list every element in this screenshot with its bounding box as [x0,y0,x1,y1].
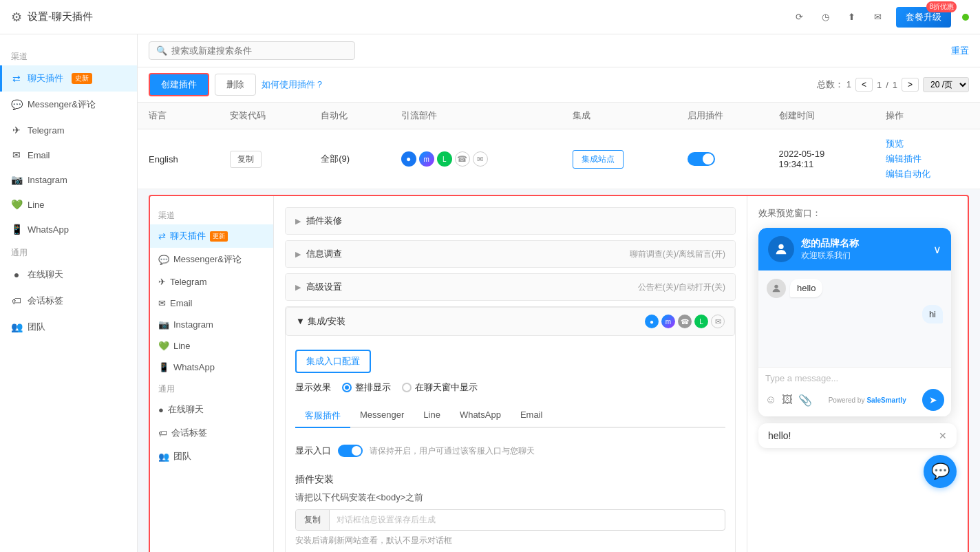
chat-input-placeholder: Type a message... [765,373,944,383]
upgrade-button[interactable]: 套餐升级 8折优惠 [896,7,951,28]
search-box[interactable]: 🔍 [149,41,355,60]
bubble-hello-text: hello [790,279,822,297]
share-icon[interactable]: ⬆ [844,10,859,25]
config-entrance-button[interactable]: 集成入口配置 [295,350,371,373]
radio-list-display[interactable]: 整排显示 [342,381,391,394]
edit-plugin-link[interactable]: 编辑插件 [886,153,969,165]
chat-input-area: Type a message... ☺ 🖼 📎 Powered by SaleS… [758,367,951,416]
ps-whatsapp-icon: 📱 [158,362,169,372]
sidebar-item-messenger[interactable]: 💬 Messenger&评论 [0,92,137,118]
tab-whatsapp[interactable]: WhatsApp [450,405,511,428]
sidebar-item-telegram[interactable]: ✈ Telegram [0,118,137,142]
sidebar-item-instagram[interactable]: 📷 Instagram [0,167,137,192]
accordion-info-header[interactable]: ▶ 信息调查 聊前调查(关)/离线留言(开) [286,241,735,267]
sidebar-item-online-chat[interactable]: ● 在线聊天 [0,262,137,288]
page-title: 设置-聊天插件 [28,10,93,23]
col-created: 创建时间 [768,103,875,129]
copy-button[interactable]: 复制 [230,151,262,168]
accordion-advanced-header[interactable]: ▶ 高级设置 公告栏(关)/自动打开(关) [286,274,735,300]
chat-bubble-hi: hi [767,305,943,323]
panel-sidebar-item-email[interactable]: ✉ Email [150,293,273,314]
total-label: 总数： 1 [817,78,851,91]
enable-toggle[interactable] [688,152,715,166]
brand-label: SaleSmartly [866,396,906,404]
bubble-hi-text: hi [922,305,943,323]
ps-new-badge: 更新 [210,231,228,242]
image-icon[interactable]: 🖼 [782,394,793,407]
telegram-icon: ✈ [11,125,22,136]
panel-sidebar-item-online-chat[interactable]: ● 在线聊天 [150,398,273,421]
general-section-title: 通用 [0,242,137,262]
send-button[interactable]: ➤ [922,389,944,411]
preview-link[interactable]: 预览 [886,138,969,150]
chat-chevron-icon[interactable]: ∨ [933,243,941,256]
panel-sidebar-item-team[interactable]: 👥 团队 [150,445,273,468]
next-page-button[interactable]: > [902,78,919,92]
cell-install: 复制 [219,129,310,189]
integrate-site-button[interactable]: 集成站点 [573,150,624,169]
per-page-select[interactable]: 20 /页 50 /页 [923,77,969,92]
ps-chat-icon: ⇄ [158,231,166,242]
action-links: 预览 编辑插件 编辑自动化 [886,138,969,180]
email-icon[interactable]: ✉ [870,10,885,25]
show-entrance-toggle[interactable] [338,445,363,457]
ps-telegram-icon: ✈ [158,277,166,287]
col-language: 语言 [138,103,219,129]
prev-page-button[interactable]: < [855,78,873,92]
online-indicator [962,14,969,21]
accordion-decoration-header[interactable]: ▶ 插件装修 [286,208,735,234]
history-icon[interactable]: ◷ [818,10,833,25]
install-section: 插件安装 请把以下代码安装在<body>之前 复制 对话框信息设置保存后生成 安… [295,474,725,546]
panel-sidebar-item-whatsapp[interactable]: 📱 WhatsApp [150,357,273,378]
col-traffic: 引流部件 [390,103,562,129]
hello-bubble: hello! ✕ [758,423,957,448]
accordion-advanced: ▶ 高级设置 公告栏(关)/自动打开(关) [285,273,736,301]
panel-sidebar-item-chat[interactable]: ⇄ 聊天插件 更新 [150,224,273,248]
ps-tag-icon: 🏷 [158,428,167,438]
reset-button[interactable]: 重置 [951,45,969,57]
cell-enabled [677,129,767,189]
float-chat-button[interactable]: 💬 [924,455,957,488]
edit-automation-link[interactable]: 编辑自动化 [886,168,969,180]
sidebar-item-chat-plugin[interactable]: ⇄ 聊天插件 史新 [0,65,137,92]
arrow-right-icon2: ▶ [295,250,301,259]
sidebar-item-whatsapp[interactable]: 📱 WhatsApp [0,217,137,242]
panel-general-title: 通用 [150,378,273,398]
panel-sidebar-item-instagram[interactable]: 📷 Instagram [150,314,273,335]
delete-button[interactable]: 删除 [215,74,256,96]
sidebar-item-line[interactable]: 💚 Line [0,192,137,217]
sidebar-item-session-tag[interactable]: 🏷 会话标签 [0,288,137,314]
emoji-icon[interactable]: ☺ [765,394,776,407]
tab-messenger[interactable]: Messenger [350,405,414,428]
accordion-integrate-header[interactable]: ▼ 集成/安装 ● m ☎ L ✉ [286,307,735,336]
sidebar-item-team[interactable]: 👥 团队 [0,314,137,340]
create-plugin-button[interactable]: 创建插件 [149,73,209,96]
code-copy-button[interactable]: 复制 [296,510,330,530]
gear-icon: ⚙ [11,10,22,25]
search-toolbar: 🔍 重置 [138,34,980,67]
powered-by: Powered by SaleSmartly [829,396,906,404]
channel-tabs: 客服插件 Messenger Line WhatsApp Email [295,405,725,428]
tab-email[interactable]: Email [511,405,553,428]
close-bubble-icon[interactable]: ✕ [939,430,947,441]
attach-icon[interactable]: 📎 [798,394,812,407]
panel-sidebar-item-tag[interactable]: 🏷 会话标签 [150,421,273,445]
sidebar-item-email[interactable]: ✉ Email [0,142,137,167]
panel-sidebar-item-messenger[interactable]: 💬 Messenger&评论 [150,248,273,271]
code-placeholder: 对话框信息设置保存后生成 [330,510,725,530]
tab-line[interactable]: Line [414,405,450,428]
int-icon-line: L [694,315,708,328]
radio-chat-display[interactable]: 在聊天窗中显示 [402,381,478,394]
refresh-icon[interactable]: ⟳ [791,10,807,25]
how-to-link[interactable]: 如何使用插件？ [262,78,324,91]
int-icon-phone: ☎ [678,315,692,328]
panel-sidebar-item-telegram[interactable]: ✈ Telegram [150,271,273,293]
new-badge: 史新 [72,73,92,84]
search-input[interactable] [171,45,348,56]
col-automation: 自动化 [310,103,390,129]
tab-customer-service[interactable]: 客服插件 [295,405,350,428]
accordion-decoration: ▶ 插件装修 [285,207,736,235]
panel-sidebar-item-line[interactable]: 💚 Line [150,335,273,357]
panel-overlay: 渠道 ⇄ 聊天插件 更新 💬 Messenger&评论 ✈ Telegram ✉… [149,195,969,552]
online-chat-icon: ● [11,269,22,280]
